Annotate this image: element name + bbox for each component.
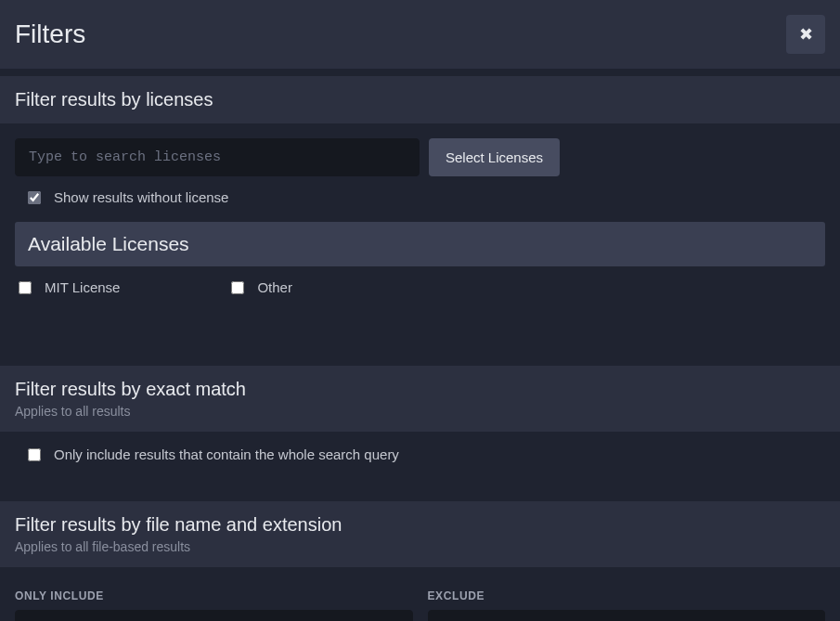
license-search-row: Select Licenses (15, 138, 825, 176)
filename-row: ONLY INCLUDE EXCLUDE (15, 589, 825, 621)
available-licenses-header: Available Licenses (15, 222, 825, 266)
page-title: Filters (15, 19, 85, 49)
license-checkbox-mit[interactable] (19, 281, 32, 294)
only-include-col: ONLY INCLUDE (15, 589, 413, 621)
only-whole-checkbox[interactable] (28, 448, 41, 461)
only-include-label: ONLY INCLUDE (15, 589, 413, 602)
only-whole-label: Only include results that contain the wh… (54, 446, 399, 462)
exactmatch-section-header: Filter results by exact match Applies to… (0, 366, 840, 432)
license-item-other: Other (231, 279, 292, 295)
exactmatch-section-body: Only include results that contain the wh… (0, 432, 840, 477)
license-checkbox-other[interactable] (231, 281, 244, 294)
exclude-col: EXCLUDE (428, 589, 826, 621)
spacer (0, 477, 840, 494)
exclude-label: EXCLUDE (428, 589, 826, 602)
select-licenses-button[interactable]: Select Licenses (429, 138, 560, 176)
spacer (0, 314, 840, 358)
filename-section-header: Filter results by file name and extensio… (0, 501, 840, 567)
filename-section-title: Filter results by file name and extensio… (15, 514, 825, 536)
filename-section-subtitle: Applies to all file-based results (15, 539, 825, 554)
available-licenses-title: Available Licenses (28, 233, 812, 255)
exactmatch-section-title: Filter results by exact match (15, 379, 825, 400)
only-include-input[interactable] (15, 610, 413, 621)
licenses-section-header: Filter results by licenses (0, 76, 840, 123)
close-button[interactable]: ✖ (786, 15, 825, 54)
filename-section-body: ONLY INCLUDE EXCLUDE (0, 567, 840, 621)
close-icon: ✖ (799, 24, 813, 45)
exactmatch-section-subtitle: Applies to all results (15, 404, 825, 419)
license-label-mit: MIT License (45, 279, 120, 295)
show-without-license-row: Show results without license (15, 189, 825, 205)
show-without-license-checkbox[interactable] (28, 191, 41, 204)
exclude-input[interactable] (428, 610, 826, 621)
licenses-section-title: Filter results by licenses (15, 89, 825, 110)
header-bar: Filters ✖ (0, 0, 840, 69)
licenses-section-body: Select Licenses Show results without lic… (0, 123, 840, 314)
license-label-other: Other (257, 279, 292, 295)
license-search-input[interactable] (15, 138, 420, 176)
license-grid: MIT License Other (15, 266, 825, 299)
show-without-license-label: Show results without license (54, 189, 228, 205)
license-item-mit: MIT License (19, 279, 120, 295)
only-whole-row: Only include results that contain the wh… (15, 446, 825, 462)
